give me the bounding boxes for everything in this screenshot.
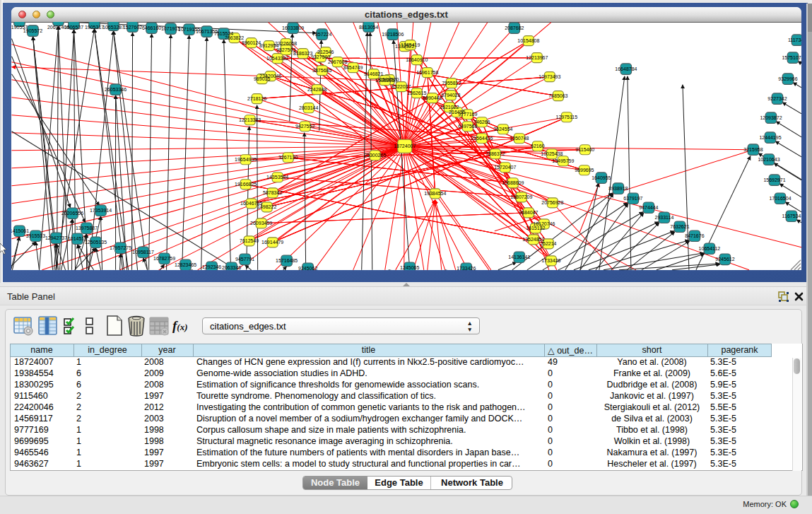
svg-text:19384554: 19384554 [424,191,446,196]
svg-text:7485063: 7485063 [548,93,567,98]
svg-text:17016504: 17016504 [769,196,791,201]
svg-text:9327503: 9327503 [311,54,330,59]
svg-text:1527602: 1527602 [123,25,142,30]
svg-text:16648784: 16648784 [615,66,637,71]
svg-text:3915513: 3915513 [26,233,45,238]
svg-text:10025438: 10025438 [541,151,563,156]
svg-text:12093872: 12093872 [760,115,782,120]
svg-text:6794028: 6794028 [441,93,460,98]
svg-text:9777169: 9777169 [458,112,477,117]
svg-text:7663822: 7663822 [225,35,244,40]
svg-text:9427552: 9427552 [295,124,314,129]
svg-text:9684047: 9684047 [519,210,538,215]
svg-text:10973493: 10973493 [539,74,560,79]
svg-text:16033809: 16033809 [282,25,304,30]
svg-text:17957275: 17957275 [110,245,131,250]
svg-text:9245062: 9245062 [298,266,317,270]
svg-text:20756928: 20756928 [541,200,563,205]
svg-text:2803144: 2803144 [299,105,318,110]
svg-text:6497568: 6497568 [458,124,477,129]
svg-text:9329966: 9329966 [778,76,797,81]
svg-text:16914479: 16914479 [261,240,283,245]
svg-text:1640955: 1640955 [592,175,611,180]
svg-text:1906537: 1906537 [64,25,83,30]
svg-text:8322037: 8322037 [392,84,411,89]
svg-text:21564436: 21564436 [471,136,493,141]
svg-text:7612540: 7612540 [240,238,259,243]
svg-text:18807209: 18807209 [510,194,532,199]
svg-text:16782759: 16782759 [153,256,175,261]
svg-text:1621022: 1621022 [440,105,459,110]
svg-text:19218506: 19218506 [382,32,404,37]
svg-text:9899695: 9899695 [575,168,594,173]
svg-text:1415061: 1415061 [11,228,29,233]
svg-text:8813054: 8813054 [359,25,378,30]
svg-text:10210643: 10210643 [758,157,779,162]
svg-text:13975887: 13975887 [76,226,98,230]
svg-text:1498222: 1498222 [257,204,276,209]
svg-text:8960124: 8960124 [242,40,261,45]
svg-text:8454749: 8454749 [343,65,363,70]
svg-text:7955812: 7955812 [442,81,461,86]
svg-text:10654112: 10654112 [699,246,721,251]
svg-text:2242848: 2242848 [307,87,326,92]
svg-text:1536205: 1536205 [375,78,394,83]
svg-text:9245612: 9245612 [715,257,734,262]
svg-text:15716485: 15716485 [276,258,298,263]
svg-text:212546: 212546 [317,49,334,54]
svg-text:989015: 989015 [254,76,270,81]
svg-text:1733426: 1733426 [457,266,476,270]
svg-text:15692971: 15692971 [763,177,785,182]
svg-text:2718126: 2718126 [247,96,266,101]
svg-text:9115460: 9115460 [575,147,594,152]
svg-text:26053346: 26053346 [105,87,126,92]
svg-text:18640910: 18640910 [406,57,428,62]
svg-text:1905317: 1905317 [85,25,104,30]
svg-text:9227342: 9227342 [767,96,787,101]
svg-text:1292346: 1292346 [202,264,221,269]
svg-text:10958117: 10958117 [132,250,154,255]
svg-text:15720407: 15720407 [494,165,516,170]
svg-text:14353584: 14353584 [266,175,288,180]
svg-text:3624554: 3624554 [493,127,512,132]
svg-text:25300265: 25300265 [364,153,386,158]
svg-text:9457791: 9457791 [235,257,254,262]
svg-text:1365419: 1365419 [401,42,420,47]
svg-text:18724007: 18724007 [394,144,416,148]
svg-text:7886372: 7886372 [486,151,505,156]
svg-text:19166825: 19166825 [235,182,257,187]
svg-text:12823465: 12823465 [175,262,196,267]
svg-text:15751074: 15751074 [782,55,801,60]
svg-text:15495759: 15495759 [552,158,574,163]
svg-text:10543382: 10543382 [266,56,288,61]
svg-text:7857224: 7857224 [312,32,331,37]
svg-text:7632621: 7632621 [670,224,689,229]
svg-text:3875685: 3875685 [312,68,331,73]
svg-text:14136141: 14136141 [508,255,530,259]
svg-text:1117345: 1117345 [788,37,801,42]
svg-text:8471676: 8471676 [685,233,704,238]
svg-text:2063346: 2063346 [222,265,241,270]
svg-text:26093459: 26093459 [250,221,272,226]
svg-text:16961758: 16961758 [416,70,438,75]
svg-text:8938918: 8938918 [608,186,628,191]
svg-text:9474444: 9474444 [639,205,658,210]
svg-text:1905572: 1905572 [23,28,42,33]
svg-text:746266: 746266 [473,119,490,124]
svg-text:10653287: 10653287 [102,25,124,30]
svg-text:19654935: 19654935 [235,157,257,162]
svg-text:2967608: 2967608 [328,59,347,64]
svg-text:6379197: 6379197 [623,196,642,201]
svg-text:12942737: 12942737 [45,235,67,240]
svg-text:12213383: 12213383 [239,117,261,122]
svg-text:3215958: 3215958 [743,147,763,152]
svg-text:62160: 62160 [531,144,545,148]
svg-text:3267130: 3267130 [278,155,298,160]
svg-text:8990448: 8990448 [423,95,442,100]
svg-text:1362615: 1362615 [407,90,426,95]
svg-text:1733426: 1733426 [541,258,560,263]
svg-text:6466160: 6466160 [142,25,161,30]
svg-text:252214: 252214 [540,241,556,246]
svg-text:12444195: 12444195 [759,135,781,140]
svg-text:1050748: 1050748 [510,136,529,141]
